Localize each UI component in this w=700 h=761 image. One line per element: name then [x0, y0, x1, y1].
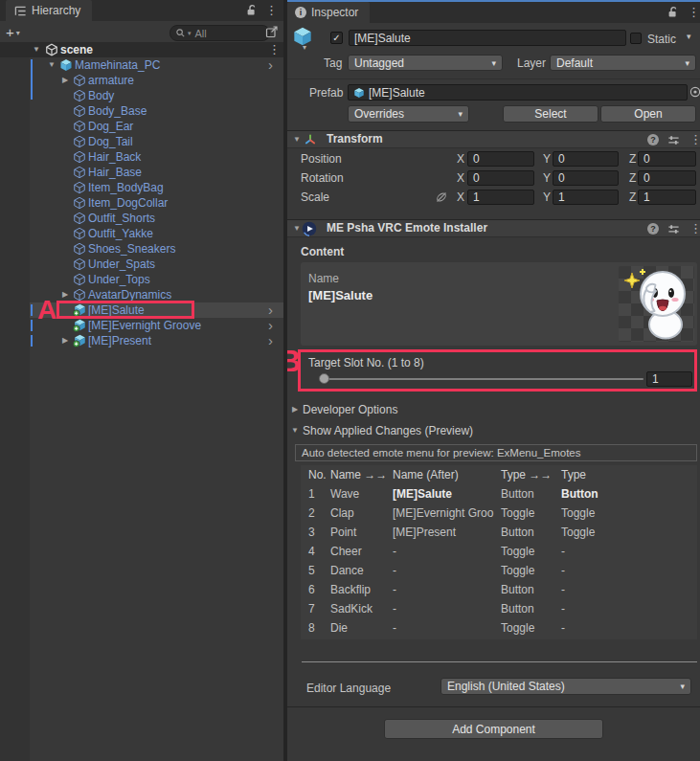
axis-label: Z [629, 190, 636, 205]
axis-value-field[interactable]: 0 [638, 151, 696, 167]
kebab-menu-icon[interactable]: ⋮ [688, 6, 697, 19]
transform-row-label: Scale [301, 190, 329, 205]
emote-name-label: Name [308, 272, 339, 285]
axis-value-field[interactable]: 0 [467, 151, 534, 167]
hierarchy-row[interactable]: Dog_Ear [0, 119, 283, 134]
presets-icon[interactable] [667, 134, 680, 146]
axis-value-field[interactable]: 0 [638, 170, 696, 186]
hierarchy-row[interactable]: Hair_Back [0, 149, 283, 165]
gameobject-icon [73, 181, 86, 194]
inspector-tabbar: i Inspector ⋮ [287, 2, 700, 23]
search-input[interactable]: ▾ All [169, 25, 270, 41]
hierarchy-row[interactable]: ▶armature [0, 73, 283, 88]
emote-name-value: [ME]Salute [308, 288, 373, 302]
prefab-field[interactable]: [ME]Salute [348, 84, 688, 101]
hierarchy-row[interactable]: Outfit_Shorts [0, 211, 283, 226]
hierarchy-row[interactable]: Dog_Tail [0, 134, 283, 149]
scene-row[interactable]: ▼ scene ⋮ [0, 42, 283, 57]
emote-installer-header[interactable]: ▼ ME Psha VRC Emote Installer ? ⋮ [287, 219, 700, 237]
foldout-arrow-icon[interactable]: ▼ [31, 42, 42, 57]
prefab-chevron-icon[interactable]: › [268, 302, 273, 318]
foldout-arrow-icon[interactable]: ▶ [59, 287, 71, 302]
lock-icon[interactable] [245, 4, 259, 17]
axis-value: 1 [473, 190, 480, 204]
hierarchy-row[interactable]: Hair_Base [0, 165, 283, 180]
kebab-menu-icon[interactable]: ⋮ [265, 4, 275, 17]
target-slot-slider[interactable] [324, 378, 644, 380]
help-icon[interactable]: ? [647, 223, 659, 235]
pick-object-icon[interactable] [265, 25, 279, 38]
tag-dropdown[interactable]: Untagged▾ [348, 55, 503, 71]
hierarchy-row[interactable]: ▶[ME]Present› [0, 333, 283, 348]
open-button[interactable]: Open [600, 105, 696, 123]
dropdown-arrow-icon[interactable]: ▾ [303, 43, 306, 52]
kebab-menu-icon[interactable]: ⋮ [268, 43, 281, 56]
editor-language-dropdown[interactable]: English (United States) ▾ [440, 678, 691, 695]
presets-icon[interactable] [667, 223, 680, 235]
select-button[interactable]: Select [503, 105, 598, 123]
table-cell: - [561, 599, 565, 618]
hierarchy-row[interactable]: Shoes_Sneakers [0, 241, 283, 257]
foldout-arrow-icon[interactable]: ▶ [59, 333, 71, 348]
transform-row: ScaleX1Y1Z1 [287, 190, 700, 205]
target-slot-value-field[interactable]: 1 [646, 371, 692, 387]
layer-dropdown[interactable]: Default▾ [550, 55, 696, 71]
static-dropdown-icon[interactable]: ▾ [687, 32, 691, 41]
table-cell: Point [330, 523, 356, 542]
hierarchy-row[interactable]: [ME]Evernight Groove› [0, 318, 283, 333]
axis-label: X [457, 170, 464, 186]
hierarchy-row[interactable]: Item_DogCollar [0, 195, 283, 211]
tab-hierarchy[interactable]: Hierarchy [6, 0, 92, 21]
hierarchy-row[interactable]: Outfit_Yakke [0, 226, 283, 241]
hierarchy-item-label: Outfit_Shorts [88, 211, 155, 226]
hierarchy-item-label: Mamehinata_PC [75, 57, 160, 73]
hierarchy-toolbar: + ▾ ▾ All [0, 21, 283, 43]
tab-inspector[interactable]: i Inspector [287, 2, 370, 23]
add-component-button[interactable]: Add Component [384, 719, 603, 739]
axis-value-field[interactable]: 1 [467, 190, 534, 205]
hierarchy-row[interactable]: Body [0, 88, 283, 103]
hierarchy-row[interactable]: ▶AvatarDynamics [0, 287, 283, 302]
hierarchy-row[interactable]: Item_BodyBag [0, 180, 283, 195]
gameobject-icon [73, 257, 86, 271]
foldout-arrow-icon[interactable]: ▼ [291, 132, 303, 147]
foldout-arrow-icon[interactable]: ▼ [46, 57, 57, 73]
table-cell: 5 [308, 561, 315, 580]
create-button[interactable]: + ▾ [6, 24, 20, 40]
active-checkbox[interactable]: ✓ [330, 32, 343, 44]
axis-value-field[interactable]: 1 [638, 190, 696, 205]
hierarchy-row[interactable]: [ME]Salute› [0, 302, 283, 318]
show-applied-changes-foldout[interactable]: ▼ Show Applied Changes (Preview) [287, 423, 700, 438]
name-field[interactable]: [ME]Salute [349, 30, 626, 46]
hierarchy-row[interactable]: Under_Tops [0, 272, 283, 287]
hierarchy-row[interactable]: Body_Base [0, 103, 283, 119]
transform-header[interactable]: ▼ Transform ? ⋮ [287, 130, 700, 148]
link-broken-icon[interactable] [435, 190, 448, 204]
prefab-chevron-icon[interactable]: › [268, 317, 273, 333]
object-picker-icon[interactable] [689, 86, 700, 98]
developer-options-foldout[interactable]: ▶ Developer Options [287, 402, 700, 417]
overrides-dropdown[interactable]: Overrides▾ [348, 105, 469, 123]
table-cell: - [561, 561, 565, 580]
search-filter-arrow-icon[interactable]: ▾ [188, 30, 192, 37]
axis-value-field[interactable]: 0 [553, 170, 619, 186]
static-checkbox[interactable] [630, 33, 642, 44]
foldout-arrow-icon: ▶ [289, 402, 301, 417]
kebab-menu-icon[interactable]: ⋮ [689, 222, 700, 235]
hierarchy-row[interactable]: Under_Spats [0, 257, 283, 272]
kebab-menu-icon[interactable]: ⋮ [689, 133, 700, 146]
lock-icon[interactable] [666, 6, 680, 19]
help-icon[interactable]: ? [647, 134, 659, 145]
table-header-cell: No. [308, 465, 327, 484]
axis-value-field[interactable]: 0 [553, 151, 619, 167]
prefab-chevron-icon[interactable]: › [268, 56, 273, 73]
hierarchy-row[interactable]: ▼Mamehinata_PC› [0, 57, 283, 73]
prefab-added-icon [73, 319, 86, 332]
prefab-label: Prefab [309, 85, 343, 101]
axis-value-field[interactable]: 0 [467, 170, 534, 186]
gameobject-icon [73, 227, 86, 240]
foldout-arrow-icon[interactable]: ▶ [59, 73, 71, 88]
axis-value-field[interactable]: 1 [553, 190, 619, 205]
slider-thumb[interactable] [319, 373, 329, 384]
prefab-chevron-icon[interactable]: › [268, 332, 273, 348]
